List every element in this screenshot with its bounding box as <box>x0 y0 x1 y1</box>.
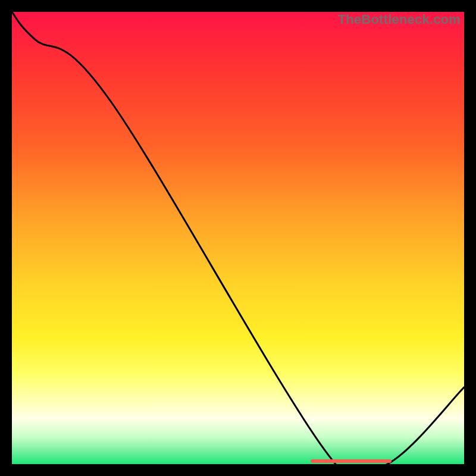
curve-path <box>12 12 464 464</box>
plot-area: TheBottleneck.com <box>12 12 464 464</box>
watermark-label: TheBottleneck.com <box>338 12 461 27</box>
chart-frame: TheBottleneck.com <box>0 0 476 476</box>
optimum-marker <box>311 459 392 463</box>
bottleneck-curve <box>12 12 464 464</box>
